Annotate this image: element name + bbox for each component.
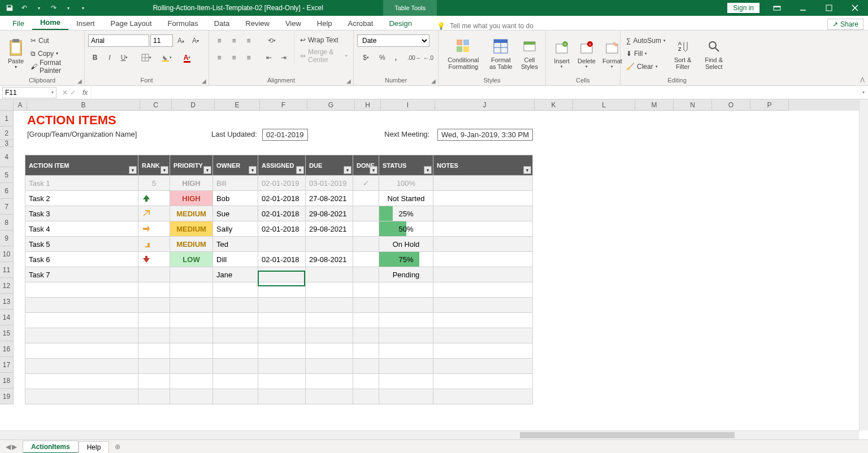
tab-data[interactable]: Data <box>206 17 237 30</box>
align-right-icon[interactable]: ≡ <box>242 51 255 64</box>
table-cell[interactable] <box>433 191 533 206</box>
table-cell[interactable] <box>353 191 379 206</box>
comma-format-icon[interactable]: , <box>389 51 402 64</box>
table-cell[interactable] <box>353 267 379 282</box>
table-cell[interactable] <box>170 328 213 343</box>
table-header[interactable]: ACTION ITEM▾ <box>25 155 138 176</box>
clear-button[interactable]: 🧹Clear▾ <box>624 60 668 73</box>
table-cell[interactable] <box>433 267 533 282</box>
table-cell[interactable] <box>138 237 170 252</box>
table-cell[interactable]: Task 3 <box>25 206 138 221</box>
table-cell[interactable]: Bob <box>213 191 258 206</box>
save-icon[interactable] <box>3 2 16 14</box>
table-cell[interactable] <box>433 252 533 267</box>
table-cell[interactable] <box>258 313 306 328</box>
table-cell[interactable] <box>353 359 379 374</box>
column-header[interactable]: E <box>215 99 260 111</box>
clipboard-dialog-launcher[interactable]: ◢ <box>77 78 82 84</box>
table-row[interactable]: Task 15HIGHBill02-01-201903-01-2019✓100% <box>25 176 533 191</box>
underline-button[interactable]: U▾ <box>118 51 131 64</box>
table-cell[interactable] <box>170 374 213 389</box>
table-header[interactable]: RANK▾ <box>138 155 170 176</box>
table-row[interactable]: Task 2HIGHBob02-01-201827-08-2021Not Sta… <box>25 191 533 206</box>
table-row[interactable] <box>25 359 533 374</box>
table-cell[interactable]: 50% <box>379 221 433 237</box>
table-header[interactable]: ASSIGNED▾ <box>258 155 306 176</box>
table-cell[interactable] <box>379 343 433 359</box>
row-header[interactable]: 15 <box>0 325 14 341</box>
row-header[interactable]: 4 <box>0 147 14 167</box>
accounting-format-icon[interactable]: $▾ <box>357 51 375 64</box>
table-cell[interactable]: Jane <box>213 267 258 282</box>
table-cell[interactable] <box>258 359 306 374</box>
table-cell[interactable]: 02-01-2019 <box>258 176 306 191</box>
table-cell[interactable] <box>306 374 353 389</box>
bold-button[interactable]: B <box>88 51 102 64</box>
decrease-font-icon[interactable]: A▾ <box>189 34 202 47</box>
column-header[interactable]: P <box>750 99 789 111</box>
table-cell[interactable] <box>25 282 138 298</box>
tab-design[interactable]: Design <box>381 17 419 30</box>
table-cell[interactable] <box>170 298 213 313</box>
new-sheet-icon[interactable]: ⊕ <box>109 443 126 451</box>
table-cell[interactable] <box>433 282 533 298</box>
column-header[interactable]: M <box>635 99 674 111</box>
table-cell[interactable] <box>138 298 170 313</box>
table-cell[interactable] <box>25 343 138 359</box>
align-left-icon[interactable]: ≡ <box>212 51 226 64</box>
table-cell[interactable] <box>353 313 379 328</box>
filter-dropdown-icon[interactable]: ▾ <box>344 166 351 174</box>
row-header[interactable]: 3 <box>0 140 14 147</box>
undo-icon[interactable]: ↶ <box>18 2 31 14</box>
table-cell[interactable] <box>306 389 353 404</box>
table-cell[interactable] <box>433 237 533 252</box>
table-row[interactable] <box>25 374 533 389</box>
tab-acrobat[interactable]: Acrobat <box>340 17 381 30</box>
table-cell[interactable]: Bill <box>213 176 258 191</box>
table-cell[interactable]: Sally <box>213 221 258 237</box>
table-cell[interactable] <box>170 389 213 404</box>
cell-styles-button[interactable]: Cell Styles <box>517 32 542 76</box>
row-header[interactable]: 5 <box>0 167 14 183</box>
table-cell[interactable] <box>138 343 170 359</box>
table-row[interactable] <box>25 389 533 404</box>
table-cell[interactable] <box>138 267 170 282</box>
table-cell[interactable]: 02-01-2018 <box>258 191 306 206</box>
table-cell[interactable] <box>433 176 533 191</box>
filter-dropdown-icon[interactable]: ▾ <box>203 166 211 174</box>
increase-font-icon[interactable]: A▴ <box>174 34 188 47</box>
table-cell[interactable]: 25% <box>379 206 433 221</box>
row-header[interactable]: 1 <box>0 111 14 127</box>
table-cell[interactable] <box>213 389 258 404</box>
table-header[interactable]: DONE▾ <box>353 155 379 176</box>
table-header[interactable]: OWNER▾ <box>213 155 258 176</box>
delete-cells-button[interactable]: × Delete▾ <box>574 32 599 76</box>
table-cell[interactable]: 75% <box>379 252 433 267</box>
table-cell[interactable] <box>306 282 353 298</box>
filter-dropdown-icon[interactable]: ▾ <box>129 166 137 174</box>
table-cell[interactable] <box>353 206 379 221</box>
filter-dropdown-icon[interactable]: ▾ <box>523 166 531 174</box>
column-header[interactable]: G <box>307 99 355 111</box>
select-all-corner[interactable] <box>0 99 14 111</box>
table-cell[interactable] <box>353 298 379 313</box>
column-header[interactable]: C <box>140 99 172 111</box>
table-cell[interactable] <box>258 374 306 389</box>
tab-home[interactable]: Home <box>32 16 68 30</box>
table-cell[interactable] <box>138 328 170 343</box>
table-cell[interactable]: Task 4 <box>25 221 138 237</box>
table-cell[interactable] <box>353 374 379 389</box>
table-cell[interactable] <box>433 328 533 343</box>
table-cell[interactable] <box>433 221 533 237</box>
table-row[interactable] <box>25 343 533 359</box>
sheet-nav-prev-icon[interactable]: ◀ <box>6 443 11 451</box>
table-cell[interactable] <box>170 313 213 328</box>
redo-icon[interactable]: ↷ <box>47 2 60 14</box>
table-cell[interactable] <box>306 328 353 343</box>
filter-dropdown-icon[interactable]: ▾ <box>370 166 377 174</box>
tell-me-search[interactable]: 💡 Tell me what you want to do <box>437 22 533 30</box>
close-icon[interactable] <box>842 0 868 16</box>
wrap-text-button[interactable]: ↩Wrap Text <box>298 34 350 46</box>
name-box[interactable]: F11▾ <box>2 87 57 98</box>
table-cell[interactable]: MEDIUM <box>170 206 213 221</box>
